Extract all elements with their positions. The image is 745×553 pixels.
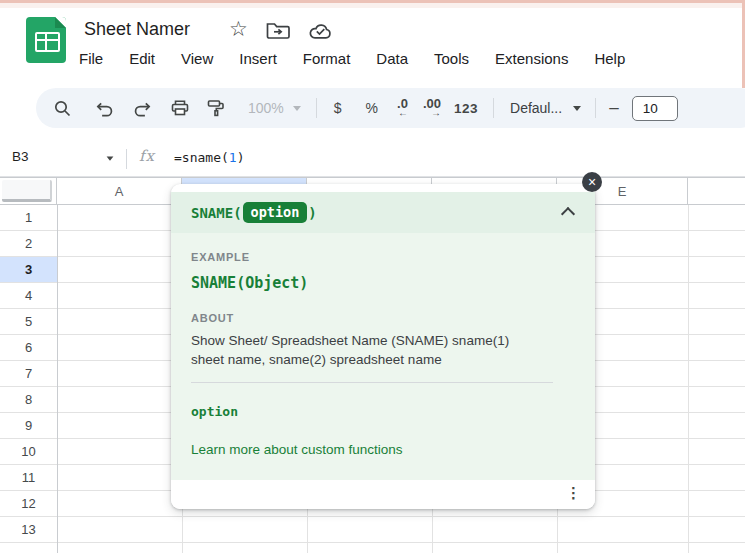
- menu-tools[interactable]: Tools: [434, 47, 469, 71]
- decrease-font-size-button[interactable]: –: [609, 98, 618, 118]
- document-title[interactable]: Sheet Namer: [84, 16, 190, 42]
- row-header-6[interactable]: 6: [0, 335, 57, 360]
- row-header-13[interactable]: 13: [0, 517, 57, 542]
- row-header-1[interactable]: 1: [0, 205, 57, 230]
- popup-divider: [191, 382, 553, 383]
- row-header-12[interactable]: 12: [0, 491, 57, 516]
- select-all-corner[interactable]: [0, 178, 57, 204]
- signature-close-paren: ): [308, 205, 316, 221]
- sheets-window: Sheet Namer ☆ File Edit View Insert Form…: [0, 0, 745, 553]
- menu-data[interactable]: Data: [376, 47, 408, 71]
- arrow-right-icon: →: [431, 107, 441, 118]
- zoom-caret-icon: [293, 106, 301, 111]
- row-header-8[interactable]: 8: [0, 387, 57, 412]
- column-header-a[interactable]: A: [57, 178, 182, 204]
- zoom-select[interactable]: 100%: [248, 100, 284, 116]
- about-label: ABOUT: [191, 312, 595, 324]
- toolbar-divider: [493, 98, 494, 118]
- grid-row-13[interactable]: 13: [0, 517, 745, 543]
- popup-body: EXAMPLE SNAME(Object) ABOUT Show Sheet/ …: [171, 233, 595, 480]
- menu-edit[interactable]: Edit: [129, 47, 155, 71]
- menu-bar: File Edit View Insert Format Data Tools …: [79, 47, 625, 71]
- sheets-logo-icon[interactable]: [26, 17, 66, 63]
- close-icon: ×: [588, 173, 596, 192]
- print-icon[interactable]: [170, 98, 190, 118]
- select-all-inner: [2, 180, 52, 202]
- learn-more-link[interactable]: Learn more about custom functions: [191, 442, 403, 457]
- format-percent-button[interactable]: %: [366, 100, 378, 116]
- popup-signature: SNAME(option): [171, 192, 595, 233]
- formula-input[interactable]: =sname(1): [174, 150, 244, 165]
- grid-line: [57, 205, 58, 553]
- chevron-up-icon[interactable]: [561, 207, 575, 221]
- formula-suffix: ): [237, 150, 245, 165]
- zoom-value: 100%: [248, 100, 284, 116]
- font-caret-icon: [573, 106, 581, 111]
- toolbar: 100% $ % .0 ← .00 → 123 Defaul... – 10: [36, 88, 745, 128]
- arrow-left-icon: ←: [398, 107, 408, 118]
- more-formats-button[interactable]: 123: [454, 101, 478, 116]
- formula-bar-divider: [126, 149, 127, 169]
- move-folder-icon[interactable]: [266, 21, 290, 40]
- row-header-7[interactable]: 7: [0, 361, 57, 386]
- fx-icon: fx: [139, 147, 155, 165]
- search-icon[interactable]: [53, 99, 72, 118]
- function-help-popup: SNAME(option) EXAMPLE SNAME(Object) ABOU…: [171, 184, 595, 509]
- increase-decimal-button[interactable]: .00 →: [423, 98, 441, 118]
- window-edge-soft: [0, 3, 745, 8]
- close-popup-button[interactable]: ×: [582, 172, 602, 192]
- row-header-11[interactable]: 11: [0, 465, 57, 490]
- formula-prefix: =sname(: [174, 150, 229, 165]
- row-header-9[interactable]: 9: [0, 413, 57, 438]
- sheets-logo-grid: [35, 32, 60, 52]
- signature-fn: SNAME(: [191, 205, 242, 221]
- paint-format-icon[interactable]: [206, 98, 226, 118]
- menu-extensions[interactable]: Extensions: [495, 47, 568, 71]
- example-code: SNAME(Object): [191, 274, 595, 292]
- row-header-2[interactable]: 2: [0, 231, 57, 256]
- menu-view[interactable]: View: [181, 47, 213, 71]
- undo-icon[interactable]: [94, 99, 115, 118]
- row-header-4[interactable]: 4: [0, 283, 57, 308]
- example-label: EXAMPLE: [191, 251, 595, 263]
- font-select[interactable]: Defaul...: [510, 100, 562, 116]
- star-icon[interactable]: ☆: [229, 17, 248, 41]
- row-header-5[interactable]: 5: [0, 309, 57, 334]
- grid-line: [688, 205, 689, 553]
- popup-footer: ⋮: [171, 480, 595, 509]
- menu-help[interactable]: Help: [594, 47, 625, 71]
- decrease-decimal-button[interactable]: .0 ←: [397, 98, 408, 118]
- format-currency-button[interactable]: $: [334, 100, 342, 116]
- toolbar-divider: [595, 98, 596, 118]
- sheets-logo-fold: [55, 17, 66, 28]
- param-name: option: [191, 404, 595, 419]
- redo-icon[interactable]: [132, 99, 153, 118]
- row-header-10[interactable]: 10: [0, 439, 57, 464]
- row-header-3[interactable]: 3: [0, 257, 57, 282]
- toolbar-divider: [316, 98, 317, 118]
- about-text: Show Sheet/ Spreadsheet Name (SNAME) sna…: [191, 331, 535, 369]
- font-size-input[interactable]: 10: [632, 96, 678, 121]
- menu-format[interactable]: Format: [303, 47, 351, 71]
- cloud-saved-icon[interactable]: [308, 22, 333, 40]
- formula-arg: 1: [229, 150, 237, 165]
- column-header-f[interactable]: [688, 178, 745, 204]
- kebab-menu-icon[interactable]: ⋮: [566, 484, 581, 502]
- signature-param-pill: option: [243, 202, 308, 223]
- menu-file[interactable]: File: [79, 47, 103, 71]
- name-box-caret-icon[interactable]: [107, 156, 114, 160]
- name-box[interactable]: B3: [12, 149, 29, 164]
- menu-insert[interactable]: Insert: [239, 47, 277, 71]
